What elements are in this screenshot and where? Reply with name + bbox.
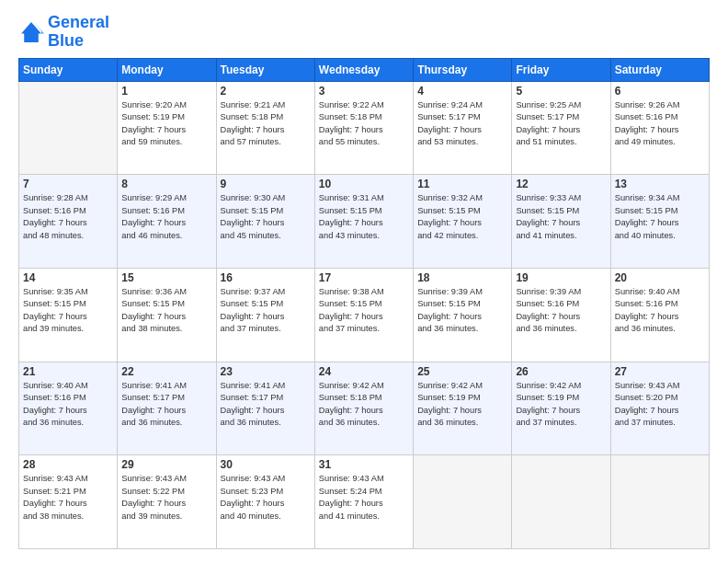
day-info: Sunrise: 9:37 AMSunset: 5:15 PMDaylight:… <box>221 286 311 336</box>
logo: General Blue <box>18 14 109 51</box>
day-number: 24 <box>319 365 409 378</box>
calendar-day-cell: 5Sunrise: 9:25 AMSunset: 5:17 PMDaylight… <box>512 81 610 175</box>
weekday-header-sunday: Sunday <box>19 58 118 81</box>
calendar-day-cell: 6Sunrise: 9:26 AMSunset: 5:16 PMDaylight… <box>610 81 709 175</box>
calendar-day-cell: 27Sunrise: 9:43 AMSunset: 5:20 PMDayligh… <box>610 362 709 455</box>
day-info: Sunrise: 9:43 AMSunset: 5:20 PMDaylight:… <box>615 380 705 430</box>
day-info: Sunrise: 9:22 AMSunset: 5:18 PMDaylight:… <box>319 99 409 149</box>
day-info: Sunrise: 9:25 AMSunset: 5:17 PMDaylight:… <box>516 99 606 149</box>
day-info: Sunrise: 9:41 AMSunset: 5:17 PMDaylight:… <box>221 380 311 430</box>
calendar-day-cell: 21Sunrise: 9:40 AMSunset: 5:16 PMDayligh… <box>19 362 118 455</box>
calendar-week-row: 21Sunrise: 9:40 AMSunset: 5:16 PMDayligh… <box>19 362 710 455</box>
day-number: 23 <box>221 365 311 378</box>
weekday-header-thursday: Thursday <box>414 58 512 81</box>
calendar-day-cell: 4Sunrise: 9:24 AMSunset: 5:17 PMDaylight… <box>414 81 512 175</box>
calendar-day-cell: 8Sunrise: 9:29 AMSunset: 5:16 PMDaylight… <box>118 175 216 269</box>
day-number: 25 <box>417 365 507 378</box>
calendar-day-cell: 12Sunrise: 9:33 AMSunset: 5:15 PMDayligh… <box>512 175 610 269</box>
weekday-header-wednesday: Wednesday <box>314 58 413 81</box>
weekday-header-row: SundayMondayTuesdayWednesdayThursdayFrid… <box>19 58 710 81</box>
calendar-day-cell: 10Sunrise: 9:31 AMSunset: 5:15 PMDayligh… <box>314 175 413 269</box>
day-number: 19 <box>516 271 606 284</box>
day-number: 1 <box>121 85 211 98</box>
logo-icon <box>18 19 44 45</box>
day-info: Sunrise: 9:40 AMSunset: 5:16 PMDaylight:… <box>23 380 113 430</box>
day-number: 31 <box>319 458 409 471</box>
day-info: Sunrise: 9:43 AMSunset: 5:22 PMDaylight:… <box>121 473 211 523</box>
day-number: 22 <box>121 365 211 378</box>
calendar-day-cell: 28Sunrise: 9:43 AMSunset: 5:21 PMDayligh… <box>19 455 118 549</box>
day-info: Sunrise: 9:42 AMSunset: 5:18 PMDaylight:… <box>319 380 409 430</box>
day-number: 4 <box>417 85 507 98</box>
day-number: 12 <box>516 178 606 190</box>
day-info: Sunrise: 9:38 AMSunset: 5:15 PMDaylight:… <box>319 286 409 336</box>
day-number: 7 <box>23 178 113 190</box>
calendar-day-cell: 11Sunrise: 9:32 AMSunset: 5:15 PMDayligh… <box>414 175 512 269</box>
calendar-week-row: 14Sunrise: 9:35 AMSunset: 5:15 PMDayligh… <box>19 268 710 362</box>
day-number: 18 <box>417 271 507 284</box>
day-info: Sunrise: 9:39 AMSunset: 5:16 PMDaylight:… <box>516 286 606 336</box>
day-number: 2 <box>221 85 311 98</box>
calendar-day-cell: 16Sunrise: 9:37 AMSunset: 5:15 PMDayligh… <box>216 268 314 362</box>
day-number: 9 <box>221 178 311 190</box>
day-number: 5 <box>516 85 606 98</box>
day-number: 26 <box>516 365 606 378</box>
calendar-day-cell: 30Sunrise: 9:43 AMSunset: 5:23 PMDayligh… <box>216 455 314 549</box>
weekday-header-monday: Monday <box>118 58 216 81</box>
calendar-day-cell: 23Sunrise: 9:41 AMSunset: 5:17 PMDayligh… <box>216 362 314 455</box>
day-info: Sunrise: 9:42 AMSunset: 5:19 PMDaylight:… <box>417 380 507 430</box>
day-number: 13 <box>615 178 705 190</box>
calendar-day-cell: 17Sunrise: 9:38 AMSunset: 5:15 PMDayligh… <box>314 268 413 362</box>
svg-marker-0 <box>21 22 41 42</box>
calendar-day-cell: 2Sunrise: 9:21 AMSunset: 5:18 PMDaylight… <box>216 81 314 175</box>
day-info: Sunrise: 9:21 AMSunset: 5:18 PMDaylight:… <box>221 99 311 149</box>
logo-text: General Blue <box>48 14 109 51</box>
day-info: Sunrise: 9:36 AMSunset: 5:15 PMDaylight:… <box>121 286 211 336</box>
day-number: 17 <box>319 271 409 284</box>
calendar-day-cell: 9Sunrise: 9:30 AMSunset: 5:15 PMDaylight… <box>216 175 314 269</box>
day-info: Sunrise: 9:35 AMSunset: 5:15 PMDaylight:… <box>23 286 113 336</box>
day-info: Sunrise: 9:29 AMSunset: 5:16 PMDaylight:… <box>121 192 211 242</box>
day-info: Sunrise: 9:39 AMSunset: 5:15 PMDaylight:… <box>417 286 507 336</box>
calendar-day-cell: 24Sunrise: 9:42 AMSunset: 5:18 PMDayligh… <box>314 362 413 455</box>
weekday-header-tuesday: Tuesday <box>216 58 314 81</box>
calendar-day-cell: 25Sunrise: 9:42 AMSunset: 5:19 PMDayligh… <box>414 362 512 455</box>
day-number: 16 <box>221 271 311 284</box>
day-number: 3 <box>319 85 409 98</box>
calendar-day-cell: 18Sunrise: 9:39 AMSunset: 5:15 PMDayligh… <box>414 268 512 362</box>
calendar-day-cell: 7Sunrise: 9:28 AMSunset: 5:16 PMDaylight… <box>19 175 118 269</box>
day-info: Sunrise: 9:43 AMSunset: 5:23 PMDaylight:… <box>221 473 311 523</box>
calendar-day-cell: 19Sunrise: 9:39 AMSunset: 5:16 PMDayligh… <box>512 268 610 362</box>
day-number: 30 <box>221 458 311 471</box>
calendar-week-row: 28Sunrise: 9:43 AMSunset: 5:21 PMDayligh… <box>19 455 710 549</box>
calendar-day-cell: 20Sunrise: 9:40 AMSunset: 5:16 PMDayligh… <box>610 268 709 362</box>
day-info: Sunrise: 9:28 AMSunset: 5:16 PMDaylight:… <box>23 192 113 242</box>
calendar-day-cell <box>512 455 610 549</box>
calendar-day-cell: 29Sunrise: 9:43 AMSunset: 5:22 PMDayligh… <box>118 455 216 549</box>
day-info: Sunrise: 9:20 AMSunset: 5:19 PMDaylight:… <box>121 99 211 149</box>
day-info: Sunrise: 9:31 AMSunset: 5:15 PMDaylight:… <box>319 192 409 242</box>
day-info: Sunrise: 9:30 AMSunset: 5:15 PMDaylight:… <box>221 192 311 242</box>
calendar-day-cell: 26Sunrise: 9:42 AMSunset: 5:19 PMDayligh… <box>512 362 610 455</box>
calendar-day-cell: 1Sunrise: 9:20 AMSunset: 5:19 PMDaylight… <box>118 81 216 175</box>
calendar-week-row: 7Sunrise: 9:28 AMSunset: 5:16 PMDaylight… <box>19 175 710 269</box>
calendar-day-cell: 15Sunrise: 9:36 AMSunset: 5:15 PMDayligh… <box>118 268 216 362</box>
header: General Blue <box>18 14 710 51</box>
day-info: Sunrise: 9:24 AMSunset: 5:17 PMDaylight:… <box>417 99 507 149</box>
day-info: Sunrise: 9:43 AMSunset: 5:24 PMDaylight:… <box>319 473 409 523</box>
calendar-day-cell <box>414 455 512 549</box>
day-number: 27 <box>615 365 705 378</box>
day-info: Sunrise: 9:34 AMSunset: 5:15 PMDaylight:… <box>615 192 705 242</box>
day-number: 10 <box>319 178 409 190</box>
day-number: 11 <box>417 178 507 190</box>
calendar-week-row: 1Sunrise: 9:20 AMSunset: 5:19 PMDaylight… <box>19 81 710 175</box>
day-number: 21 <box>23 365 113 378</box>
calendar-day-cell: 22Sunrise: 9:41 AMSunset: 5:17 PMDayligh… <box>118 362 216 455</box>
day-info: Sunrise: 9:26 AMSunset: 5:16 PMDaylight:… <box>615 99 705 149</box>
day-info: Sunrise: 9:42 AMSunset: 5:19 PMDaylight:… <box>516 380 606 430</box>
day-number: 8 <box>121 178 211 190</box>
day-number: 20 <box>615 271 705 284</box>
day-info: Sunrise: 9:40 AMSunset: 5:16 PMDaylight:… <box>615 286 705 336</box>
day-number: 29 <box>121 458 211 471</box>
day-number: 6 <box>615 85 705 98</box>
